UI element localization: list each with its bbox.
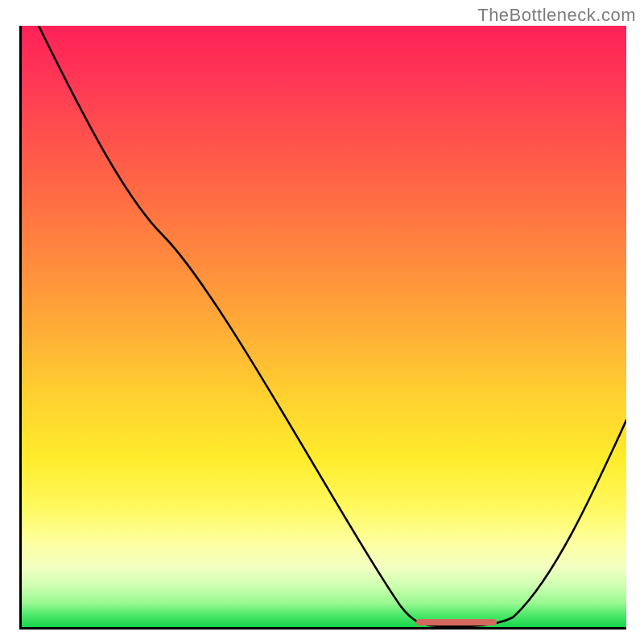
plot-area (19, 26, 626, 630)
optimal-zone-marker (416, 619, 497, 625)
chart-container: TheBottleneck.com (0, 0, 644, 644)
attribution-label: TheBottleneck.com (477, 5, 636, 26)
bottleneck-curve (22, 26, 626, 627)
curve-path (39, 26, 626, 626)
